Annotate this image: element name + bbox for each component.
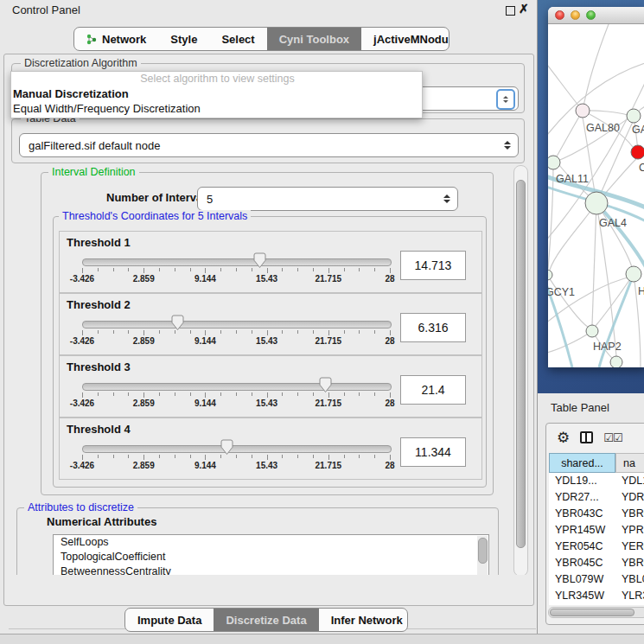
table-cell: YDL19... <box>549 473 615 489</box>
network-node[interactable] <box>610 356 622 367</box>
dropdown-item-equal-width-frequency-discretization[interactable]: Equal Width/Frequency Discretization <box>11 101 422 116</box>
slider-track[interactable] <box>82 445 392 453</box>
slider-handle[interactable] <box>253 252 266 272</box>
dropdown-item-manual-discretization[interactable]: Manual Discretization <box>11 86 422 101</box>
threshold-label: Threshold 3 <box>67 360 131 373</box>
vertical-scrollbar[interactable] <box>513 165 528 575</box>
spinner-arrows-icon[interactable] <box>496 89 515 110</box>
split-columns-icon[interactable] <box>580 431 593 443</box>
num-intervals-combo[interactable]: 5 <box>197 187 458 211</box>
network-window-titlebar[interactable] <box>548 7 644 24</box>
network-node[interactable] <box>576 104 590 118</box>
table-cell: YBR043C <box>549 506 615 522</box>
node-label-gal11: GAL11 <box>556 173 589 185</box>
table-cell: YDL1 <box>615 473 644 489</box>
select-columns-icon[interactable]: ☑☑ <box>603 431 622 444</box>
slider-tick <box>82 455 83 460</box>
table-row[interactable]: YBR045CYBR0 <box>549 555 644 571</box>
network-node[interactable] <box>627 109 641 123</box>
settings-scroll-area: Interval Definition Number of Intervals … <box>10 165 528 575</box>
group-title: Threshold's Coordinates for 5 Intervals <box>59 210 251 222</box>
network-node[interactable] <box>585 192 608 214</box>
attribute-list-item[interactable]: SelfLoops <box>54 535 488 550</box>
threshold-panel: Threshold 4-3.4262.8599.14415.4321.71528… <box>59 418 482 480</box>
close-traffic-light-icon[interactable] <box>555 10 564 20</box>
threshold-value-box[interactable]: 11.344 <box>400 437 466 467</box>
table-row[interactable]: YER054CYER0 <box>549 539 644 555</box>
cyni-toolbox-panel: Discretization Algorithm Table Data galF… <box>3 54 534 606</box>
network-edge[interactable] <box>557 111 583 156</box>
tab-impute-data[interactable]: Impute Data <box>125 609 214 631</box>
spinner-arrows-icon[interactable] <box>442 194 451 203</box>
slider-handle[interactable] <box>220 439 233 459</box>
slider-handle[interactable] <box>171 315 184 335</box>
slider-handle[interactable] <box>319 377 332 397</box>
slider-tick <box>267 330 268 335</box>
network-node[interactable] <box>626 266 641 282</box>
network-canvas[interactable]: GAL80GACGAL11GAL4GCY1HHAP2 <box>548 24 644 367</box>
slider-track[interactable] <box>82 383 392 391</box>
slider-tick <box>190 268 191 271</box>
table-row[interactable]: YDR27...YDR2 <box>549 489 644 506</box>
attribute-list-item[interactable]: TopologicalCoefficient <box>54 550 488 564</box>
table-panel-body: ⚙ ☑☑ shared...na YDL19...YDL1YDR27...YDR… <box>545 423 644 625</box>
zoom-traffic-light-icon[interactable] <box>586 10 596 20</box>
column-header-na[interactable]: na <box>615 453 644 473</box>
close-icon[interactable]: ✗ <box>519 2 529 16</box>
network-node[interactable] <box>631 145 644 159</box>
slider-tick <box>252 268 252 271</box>
slider-tick <box>82 330 83 335</box>
scrollbar-thumb[interactable] <box>550 609 634 616</box>
network-edge[interactable] <box>548 277 631 325</box>
threshold-value-box[interactable]: 6.316 <box>400 313 466 342</box>
slider-tick <box>159 455 160 458</box>
slider-tick <box>128 392 129 396</box>
table-row[interactable]: YLR345WYLR3 <box>549 588 644 604</box>
network-edge[interactable] <box>548 331 592 354</box>
attributes-list[interactable]: SelfLoopsTopologicalCoefficientBetweenne… <box>53 534 489 575</box>
scrollbar-thumb[interactable] <box>516 180 526 548</box>
network-edge[interactable] <box>592 203 596 325</box>
tab-jactivemnodules[interactable]: jActiveMNodules <box>361 28 450 50</box>
slider-track[interactable] <box>82 321 392 328</box>
table-row[interactable]: YIL052CYIL0 <box>549 604 644 605</box>
list-scrollbar[interactable] <box>477 536 488 575</box>
tab-label: Impute Data <box>137 614 201 627</box>
network-edge[interactable] <box>550 203 596 270</box>
tab-network[interactable]: Network <box>74 28 158 50</box>
slider-tick <box>98 392 99 396</box>
table-row[interactable]: YDL19...YDL1 <box>549 473 644 489</box>
slider-track[interactable] <box>82 258 392 266</box>
slider-tick <box>236 455 237 458</box>
threshold-value-box[interactable]: 14.713 <box>400 251 466 280</box>
threshold-value-box[interactable]: 21.4 <box>400 375 466 405</box>
tab-cyni-toolbox[interactable]: Cyni Toolbox <box>267 28 361 50</box>
horizontal-scrollbar[interactable] <box>548 607 644 618</box>
network-edge[interactable] <box>548 275 589 328</box>
tab-discretize-data[interactable]: Discretize Data <box>214 609 318 631</box>
slider-tick <box>328 268 329 273</box>
slider-tick-label: 2.859 <box>121 274 166 284</box>
float-window-icon[interactable] <box>506 6 515 16</box>
tab-style[interactable]: Style <box>158 28 209 50</box>
tab-infer-network[interactable]: Infer Network <box>319 609 408 631</box>
slider-tick-label: 9.144 <box>182 461 227 470</box>
attribute-list-item[interactable]: BetweennessCentrality <box>54 564 488 575</box>
gear-icon[interactable]: ⚙ <box>557 430 570 445</box>
network-node[interactable] <box>548 156 560 169</box>
table-row[interactable]: YBL079WYBL0 <box>549 571 644 588</box>
slider-tick <box>128 268 129 271</box>
minimize-traffic-light-icon[interactable] <box>571 10 580 20</box>
spinner-arrows-icon[interactable] <box>502 141 512 150</box>
network-node[interactable] <box>548 270 552 280</box>
network-edge-highlighted[interactable] <box>596 203 644 267</box>
column-header-shared[interactable]: shared... <box>549 453 615 473</box>
scrollbar-thumb[interactable] <box>478 538 488 564</box>
network-edge[interactable] <box>583 24 610 111</box>
table-data-combo[interactable]: galFiltered.sif default node <box>19 133 519 157</box>
network-node[interactable] <box>586 325 598 337</box>
table-row[interactable]: YBR043CYBR0 <box>549 506 644 522</box>
tab-select[interactable]: Select <box>209 28 266 50</box>
table-row[interactable]: YPR145WYPR1 <box>549 522 644 539</box>
network-window[interactable]: GAL80GACGAL11GAL4GCY1HHAP2 <box>548 7 644 367</box>
